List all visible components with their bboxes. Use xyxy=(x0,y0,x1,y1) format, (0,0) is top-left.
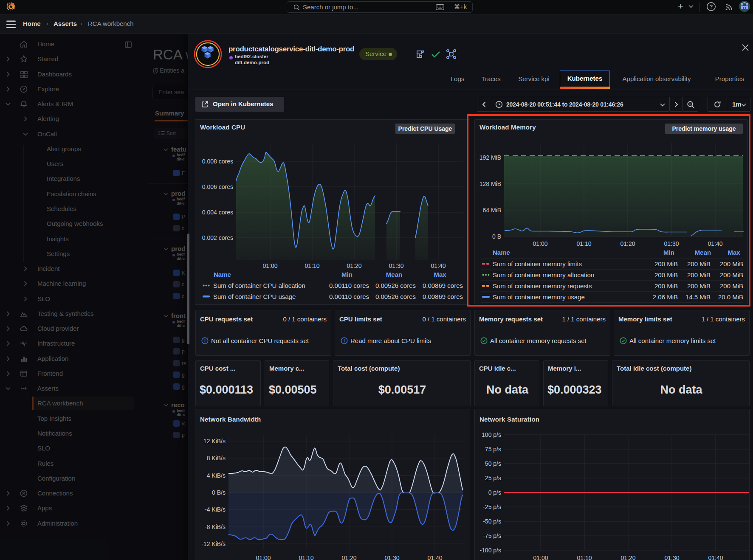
svg-text:01:10: 01:10 xyxy=(299,554,313,560)
svg-text:4 KiB/s: 4 KiB/s xyxy=(207,472,226,479)
svg-text:01:30: 01:30 xyxy=(664,554,679,560)
svg-text:0 p/s: 0 p/s xyxy=(488,489,501,496)
svg-text:-25 p/s: -25 p/s xyxy=(483,504,501,510)
svg-text:01:10: 01:10 xyxy=(577,554,592,560)
svg-text:25 p/s: 25 p/s xyxy=(485,475,501,481)
svg-text:-12 KiB/s: -12 KiB/s xyxy=(201,540,226,547)
svg-text:100 p/s: 100 p/s xyxy=(482,431,501,438)
svg-text:01:40: 01:40 xyxy=(431,262,446,269)
svg-text:-8 KiB/s: -8 KiB/s xyxy=(205,523,226,530)
svg-text:8 KiB/s: 8 KiB/s xyxy=(207,455,226,462)
svg-text:01:40: 01:40 xyxy=(427,554,442,560)
svg-text:0.008 cores: 0.008 cores xyxy=(202,158,233,165)
svg-text:0.006 cores: 0.006 cores xyxy=(202,183,233,190)
svg-text:01:20: 01:20 xyxy=(620,554,635,560)
svg-text:01:10: 01:10 xyxy=(305,262,319,269)
svg-text:-75 p/s: -75 p/s xyxy=(483,532,501,539)
svg-text:-50 p/s: -50 p/s xyxy=(483,518,501,525)
svg-text:-100 p/s: -100 p/s xyxy=(479,547,501,554)
svg-text:0 B/s: 0 B/s xyxy=(212,489,226,496)
svg-text:0.002 cores: 0.002 cores xyxy=(202,234,233,241)
svg-text:75 p/s: 75 p/s xyxy=(485,446,501,453)
svg-text:01:20: 01:20 xyxy=(347,262,361,269)
svg-text:01:20: 01:20 xyxy=(341,554,356,560)
svg-text:-4 KiB/s: -4 KiB/s xyxy=(205,506,226,513)
svg-text:01:00: 01:00 xyxy=(262,262,277,269)
svg-text:50 p/s: 50 p/s xyxy=(485,460,501,467)
svg-text:01:30: 01:30 xyxy=(389,262,403,269)
svg-text:01:00: 01:00 xyxy=(533,554,548,560)
svg-text:01:00: 01:00 xyxy=(256,554,271,560)
svg-text:01:40: 01:40 xyxy=(708,554,723,560)
svg-text:?: ? xyxy=(710,4,713,10)
svg-text:12 KiB/s: 12 KiB/s xyxy=(203,438,226,445)
svg-text:0.004 cores: 0.004 cores xyxy=(202,209,233,216)
svg-text:01:30: 01:30 xyxy=(384,554,399,560)
